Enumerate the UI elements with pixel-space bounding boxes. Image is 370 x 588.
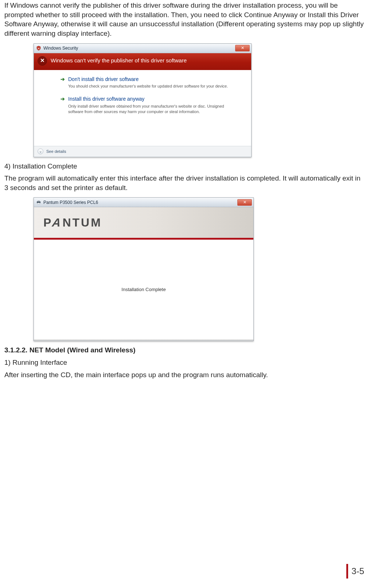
option-dont-install[interactable]: ➔ Don't install this driver software You… [60,76,245,89]
svg-rect-2 [38,203,40,204]
pantum-install-dialog: Pantum P3500 Series PCL6 ✕ PANTUM Instal… [34,197,254,341]
ws-options-area: ➔ Don't install this driver software You… [34,70,251,146]
intro-paragraph: If Windows cannot verify the publisher o… [4,1,366,38]
windows-security-dialog: Windows Security ✕ ✕ Windows can't verif… [34,43,252,157]
pt-header-area: PANTUM [34,207,253,238]
svg-rect-1 [38,201,40,202]
ws-titlebar: Windows Security ✕ [34,44,251,53]
ws-banner-text: Windows can't verify the publisher of th… [51,57,187,64]
pt-title: Pantum P3500 Series PCL6 [43,200,237,205]
arrow-right-icon: ➔ [60,76,65,89]
ws-title: Windows Security [43,45,235,51]
option-install-anyway[interactable]: ➔ Install this driver software anyway On… [60,96,245,115]
warning-x-icon: ✕ [38,56,47,66]
pantum-logo: PANTUM [43,215,102,231]
close-button[interactable]: ✕ [235,45,250,51]
option-title: Install this driver software anyway [68,96,245,102]
shield-icon [36,46,41,51]
printer-app-icon [36,200,41,205]
section-heading: 3.1.2.2. NET Model (Wired and Wireless) [4,345,366,355]
ws-footer: ⌄ See details [34,146,251,157]
page-number: 3-5 [346,565,364,577]
close-button[interactable]: ✕ [237,199,252,206]
install-complete-figure: Pantum P3500 Series PCL6 ✕ PANTUM Instal… [34,197,366,341]
step4-heading: 4) Installation Complete [4,162,366,171]
pt-body: Installation Complete [34,240,253,339]
step1-heading: 1) Running Interface [4,358,366,367]
ws-warning-banner: ✕ Windows can't verify the publisher of … [34,53,251,70]
pt-titlebar: Pantum P3500 Series PCL6 ✕ [34,198,253,207]
option-subtext: You should check your manufacturer's web… [68,84,229,89]
pt-bottom-bar [34,339,253,341]
step4-paragraph: The program will automatically enter thi… [4,174,366,192]
chevron-down-icon[interactable]: ⌄ [38,148,43,154]
installation-complete-text: Installation Complete [121,286,165,293]
windows-security-figure: Windows Security ✕ ✕ Windows can't verif… [34,43,366,157]
option-title: Don't install this driver software [68,76,245,83]
see-details-link[interactable]: See details [46,149,66,154]
step1-paragraph: After inserting the CD, the main interfa… [4,370,366,380]
option-subtext: Only install driver software obtained fr… [68,104,229,115]
arrow-right-icon: ➔ [60,96,65,115]
